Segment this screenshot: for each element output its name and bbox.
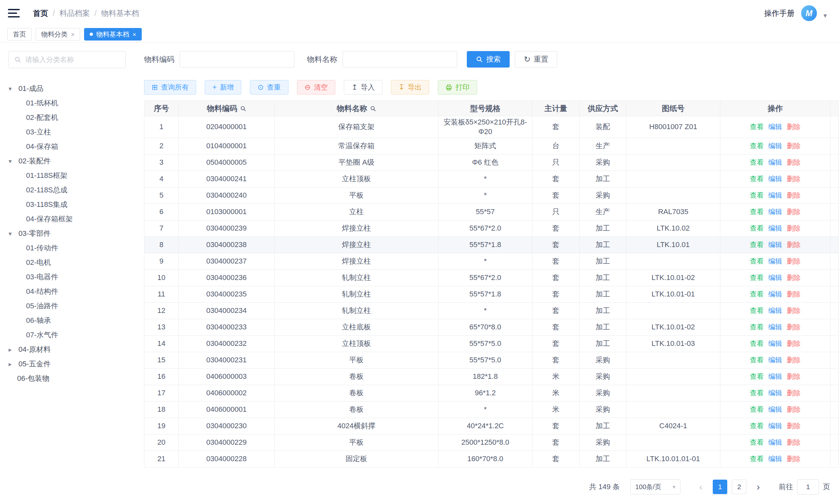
view-link[interactable]: 查看 xyxy=(750,274,764,281)
tree-child-node[interactable]: 03-立柱 xyxy=(8,125,144,139)
chevron-down-icon[interactable]: ▾ xyxy=(823,12,827,19)
tree-node[interactable]: ▸04-原材料 xyxy=(8,342,144,357)
caret-down-icon[interactable]: ▾ xyxy=(8,158,18,165)
edit-link[interactable]: 编辑 xyxy=(768,192,782,199)
导出-button[interactable]: ↧导出 xyxy=(391,80,429,94)
table-row[interactable]: 170406000002卷板96*1.2米采购查看编辑删除 xyxy=(144,385,839,401)
tree-node[interactable]: ▾01-成品 xyxy=(8,82,144,96)
tree-child-node[interactable]: 01-纸杯机 xyxy=(8,96,144,110)
table-row[interactable]: 20104000001常温保存箱矩阵式台生产查看编辑删除 xyxy=(144,138,839,155)
view-link[interactable]: 查看 xyxy=(750,224,764,232)
next-page-button[interactable]: › xyxy=(751,480,766,494)
view-link[interactable]: 查看 xyxy=(750,257,764,265)
reset-button[interactable]: ↻ 重置 xyxy=(515,51,557,68)
delete-link[interactable]: 删除 xyxy=(787,422,801,430)
table-row[interactable]: 120304000234轧制立柱*套加工查看编辑删除 xyxy=(144,303,839,319)
view-link[interactable]: 查看 xyxy=(750,192,764,199)
delete-link[interactable]: 删除 xyxy=(787,274,801,281)
edit-link[interactable]: 编辑 xyxy=(768,257,782,265)
view-link[interactable]: 查看 xyxy=(750,290,764,298)
tree-child-node[interactable]: 01-传动件 xyxy=(8,241,144,255)
tree-node[interactable]: ▾03-零部件 xyxy=(8,226,144,241)
view-link[interactable]: 查看 xyxy=(750,175,764,182)
edit-link[interactable]: 编辑 xyxy=(768,373,782,380)
table-row[interactable]: 10204000001保存箱支架安装板δ5×250×210开孔8-Φ20套装配H… xyxy=(144,116,839,138)
manual-link[interactable]: 操作手册 xyxy=(764,8,794,18)
edit-link[interactable]: 编辑 xyxy=(768,274,782,281)
delete-link[interactable]: 删除 xyxy=(787,356,801,364)
view-link[interactable]: 查看 xyxy=(750,307,764,314)
table-row[interactable]: 80304000238焊接立柱55*57*1.8套加工LTK.10.01查看编辑… xyxy=(144,237,839,253)
view-link[interactable]: 查看 xyxy=(750,123,764,130)
breadcrumb-item[interactable]: 料品档案 xyxy=(59,8,90,18)
tree-child-node[interactable]: 05-油路件 xyxy=(8,299,144,313)
delete-link[interactable]: 删除 xyxy=(787,159,801,166)
view-link[interactable]: 查看 xyxy=(750,389,764,397)
tab-1[interactable]: 首页 xyxy=(7,28,32,40)
edit-link[interactable]: 编辑 xyxy=(768,323,782,331)
table-row[interactable]: 200304000229平板2500*1250*8.0套采购查看编辑删除 xyxy=(144,434,839,451)
查重-button[interactable]: ⊙查重 xyxy=(250,80,288,94)
edit-link[interactable]: 编辑 xyxy=(768,307,782,314)
tree-child-node[interactable]: 04-结构件 xyxy=(8,284,144,299)
view-link[interactable]: 查看 xyxy=(750,438,764,446)
edit-link[interactable]: 编辑 xyxy=(768,142,782,149)
tree-node[interactable]: ▸05-五金件 xyxy=(8,357,144,371)
column-search-icon[interactable] xyxy=(240,105,246,112)
view-link[interactable]: 查看 xyxy=(750,356,764,364)
view-link[interactable]: 查看 xyxy=(750,340,764,347)
delete-link[interactable]: 删除 xyxy=(787,406,801,413)
tree-node[interactable]: 06-包装物 xyxy=(8,371,144,386)
table-row[interactable]: 70304000239焊接立柱55*67*2.0套加工LTK.10.02查看编辑… xyxy=(144,220,839,237)
打印-button[interactable]: 打印 xyxy=(438,80,477,94)
table-row[interactable]: 1903040002304024横斜撑40*24*1.2C套加工C4024-1查… xyxy=(144,418,839,434)
edit-link[interactable]: 编辑 xyxy=(768,290,782,298)
delete-link[interactable]: 删除 xyxy=(787,208,801,215)
name-filter-input[interactable] xyxy=(343,51,457,68)
avatar[interactable]: M xyxy=(801,5,817,21)
tree-child-node[interactable]: 04-保存箱框架 xyxy=(8,212,144,226)
table-row[interactable]: 210304000228固定板160*70*8.0套加工LTK.10.01.01… xyxy=(144,451,839,467)
edit-link[interactable]: 编辑 xyxy=(768,175,782,182)
delete-link[interactable]: 删除 xyxy=(787,224,801,232)
delete-link[interactable]: 删除 xyxy=(787,290,801,298)
table-row[interactable]: 40304000241立柱顶板*套加工查看编辑删除 xyxy=(144,171,839,187)
table-row[interactable]: 110304000235轧制立柱55*57*1.8套加工LTK.10.01-01… xyxy=(144,286,839,303)
edit-link[interactable]: 编辑 xyxy=(768,406,782,413)
delete-link[interactable]: 删除 xyxy=(787,123,801,130)
查询所有-button[interactable]: ⊞查询所有 xyxy=(144,80,196,94)
tree-child-node[interactable]: 02-配套机 xyxy=(8,110,144,125)
view-link[interactable]: 查看 xyxy=(750,406,764,413)
table-row[interactable]: 180406000001卷板*米采购查看编辑删除 xyxy=(144,401,839,418)
tree-child-node[interactable]: 04-保存箱 xyxy=(8,139,144,154)
prev-page-button[interactable]: ‹ xyxy=(694,480,708,494)
table-row[interactable]: 30504000005平垫圈 A级Φ6 红色只采购查看编辑删除 xyxy=(144,155,839,171)
edit-link[interactable]: 编辑 xyxy=(768,123,782,130)
caret-right-icon[interactable]: ▸ xyxy=(8,346,18,354)
delete-link[interactable]: 删除 xyxy=(787,455,801,463)
view-link[interactable]: 查看 xyxy=(750,159,764,166)
caret-right-icon[interactable]: ▸ xyxy=(8,360,18,368)
view-link[interactable]: 查看 xyxy=(750,422,764,430)
tree-child-node[interactable]: 02-118S总成 xyxy=(8,183,144,197)
delete-link[interactable]: 删除 xyxy=(787,340,801,347)
page-number-button[interactable]: 1 xyxy=(713,480,727,494)
tab-3[interactable]: 物料基本档× xyxy=(84,28,142,40)
delete-link[interactable]: 删除 xyxy=(787,323,801,331)
tab-close-icon[interactable]: × xyxy=(71,31,74,38)
tree-node[interactable]: ▾02-装配件 xyxy=(8,154,144,168)
delete-link[interactable]: 删除 xyxy=(787,241,801,248)
edit-link[interactable]: 编辑 xyxy=(768,241,782,248)
delete-link[interactable]: 删除 xyxy=(787,192,801,199)
新增-button[interactable]: +新增 xyxy=(205,80,241,94)
edit-link[interactable]: 编辑 xyxy=(768,356,782,364)
tree-child-node[interactable]: 03-118S集成 xyxy=(8,197,144,212)
edit-link[interactable]: 编辑 xyxy=(768,208,782,215)
delete-link[interactable]: 删除 xyxy=(787,142,801,149)
page-size-select[interactable]: 100条/页 ▾ xyxy=(630,479,680,494)
tab-2[interactable]: 物料分类× xyxy=(36,28,80,40)
view-link[interactable]: 查看 xyxy=(750,142,764,149)
edit-link[interactable]: 编辑 xyxy=(768,455,782,463)
edit-link[interactable]: 编辑 xyxy=(768,389,782,397)
tree-child-node[interactable]: 01-118S框架 xyxy=(8,168,144,183)
